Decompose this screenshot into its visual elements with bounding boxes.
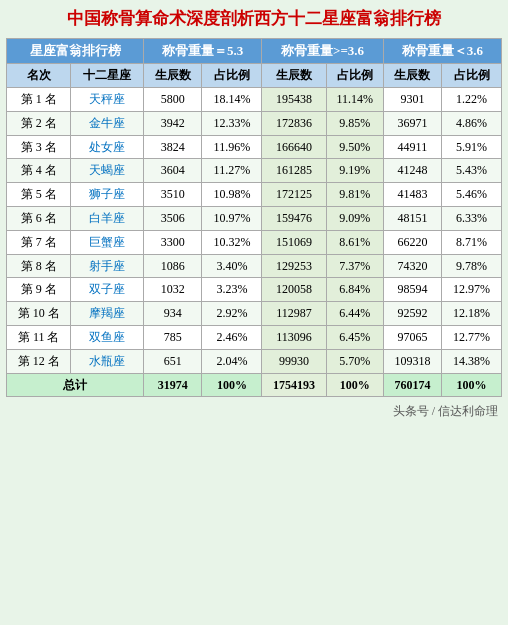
p3-cell: 5.46%	[442, 183, 502, 207]
star-cell: 处女座	[71, 135, 144, 159]
rank-cell: 第 3 名	[7, 135, 71, 159]
star-cell: 天蝎座	[71, 159, 144, 183]
p1-cell: 11.96%	[202, 135, 262, 159]
p2-cell: 9.85%	[326, 111, 383, 135]
b1-cell: 934	[144, 302, 202, 326]
col-b1: 生辰数	[144, 64, 202, 88]
b3-cell: 36971	[383, 111, 441, 135]
page-title: 中国称骨算命术深度剖析西方十二星座富翁排行榜	[6, 8, 502, 30]
table-row: 第 1 名天秤座580018.14%19543811.14%93011.22%	[7, 88, 502, 112]
b1-cell: 3300	[144, 230, 202, 254]
b3-cell: 98594	[383, 278, 441, 302]
p3-cell: 5.43%	[442, 159, 502, 183]
rank-cell: 第 11 名	[7, 326, 71, 350]
total-b1: 31974	[144, 373, 202, 397]
star-cell: 双鱼座	[71, 326, 144, 350]
rank-cell: 第 10 名	[7, 302, 71, 326]
p3-cell: 6.33%	[442, 207, 502, 231]
b3-cell: 66220	[383, 230, 441, 254]
b3-cell: 41248	[383, 159, 441, 183]
p2-cell: 9.19%	[326, 159, 383, 183]
col-rank: 名次	[7, 64, 71, 88]
b3-cell: 109318	[383, 349, 441, 373]
total-row: 总计31974100%1754193100%760174100%	[7, 373, 502, 397]
p1-cell: 10.97%	[202, 207, 262, 231]
p2-cell: 9.81%	[326, 183, 383, 207]
table-row: 第 3 名处女座382411.96%1666409.50%449115.91%	[7, 135, 502, 159]
b2-cell: 195438	[262, 88, 326, 112]
p3-cell: 1.22%	[442, 88, 502, 112]
p3-cell: 12.97%	[442, 278, 502, 302]
header-top-row: 星座富翁排行榜 称骨重量＝5.3 称骨重量>=3.6 称骨重量＜3.6	[7, 39, 502, 64]
p3-cell: 4.86%	[442, 111, 502, 135]
b1-cell: 3510	[144, 183, 202, 207]
p3-cell: 14.38%	[442, 349, 502, 373]
b1-cell: 3824	[144, 135, 202, 159]
total-p1: 100%	[202, 373, 262, 397]
b3-cell: 92592	[383, 302, 441, 326]
b1-cell: 3604	[144, 159, 202, 183]
p2-cell: 7.37%	[326, 254, 383, 278]
p1-cell: 2.92%	[202, 302, 262, 326]
col-p3: 占比例	[442, 64, 502, 88]
total-b3: 760174	[383, 373, 441, 397]
star-cell: 巨蟹座	[71, 230, 144, 254]
b2-cell: 159476	[262, 207, 326, 231]
star-cell: 天秤座	[71, 88, 144, 112]
table-row: 第 10 名摩羯座9342.92%1129876.44%9259212.18%	[7, 302, 502, 326]
star-cell: 狮子座	[71, 183, 144, 207]
header-sub-row: 名次 十二星座 生辰数 占比例 生辰数 占比例 生辰数 占比例	[7, 64, 502, 88]
star-cell: 射手座	[71, 254, 144, 278]
total-p2: 100%	[326, 373, 383, 397]
p2-cell: 5.70%	[326, 349, 383, 373]
star-cell: 摩羯座	[71, 302, 144, 326]
b2-cell: 151069	[262, 230, 326, 254]
rank-cell: 第 5 名	[7, 183, 71, 207]
p1-cell: 11.27%	[202, 159, 262, 183]
p2-cell: 9.50%	[326, 135, 383, 159]
group-header-36less: 称骨重量＜3.6	[383, 39, 501, 64]
ranking-table: 星座富翁排行榜 称骨重量＝5.3 称骨重量>=3.6 称骨重量＜3.6 名次 十…	[6, 38, 502, 397]
table-row: 第 7 名巨蟹座330010.32%1510698.61%662208.71%	[7, 230, 502, 254]
table-row: 第 11 名双鱼座7852.46%1130966.45%9706512.77%	[7, 326, 502, 350]
p3-cell: 9.78%	[442, 254, 502, 278]
col-p1: 占比例	[202, 64, 262, 88]
rank-cell: 第 9 名	[7, 278, 71, 302]
col-b2: 生辰数	[262, 64, 326, 88]
p1-cell: 12.33%	[202, 111, 262, 135]
p3-cell: 5.91%	[442, 135, 502, 159]
rank-cell: 第 4 名	[7, 159, 71, 183]
rank-cell: 第 8 名	[7, 254, 71, 278]
rank-cell: 第 12 名	[7, 349, 71, 373]
b1-cell: 1086	[144, 254, 202, 278]
star-cell: 水瓶座	[71, 349, 144, 373]
table-row: 第 5 名狮子座351010.98%1721259.81%414835.46%	[7, 183, 502, 207]
p1-cell: 3.40%	[202, 254, 262, 278]
total-p3: 100%	[442, 373, 502, 397]
table-row: 第 6 名白羊座350610.97%1594769.09%481516.33%	[7, 207, 502, 231]
b3-cell: 44911	[383, 135, 441, 159]
b1-cell: 1032	[144, 278, 202, 302]
rank-cell: 第 7 名	[7, 230, 71, 254]
p2-cell: 6.44%	[326, 302, 383, 326]
col-p2: 占比例	[326, 64, 383, 88]
star-cell: 金牛座	[71, 111, 144, 135]
b2-cell: 161285	[262, 159, 326, 183]
group-header-36plus: 称骨重量>=3.6	[262, 39, 383, 64]
p2-cell: 6.84%	[326, 278, 383, 302]
p1-cell: 2.46%	[202, 326, 262, 350]
b3-cell: 9301	[383, 88, 441, 112]
p2-cell: 8.61%	[326, 230, 383, 254]
p2-cell: 6.45%	[326, 326, 383, 350]
table-body: 第 1 名天秤座580018.14%19543811.14%93011.22%第…	[7, 88, 502, 397]
p1-cell: 18.14%	[202, 88, 262, 112]
table-row: 第 12 名水瓶座6512.04%999305.70%10931814.38%	[7, 349, 502, 373]
b2-cell: 172836	[262, 111, 326, 135]
b3-cell: 97065	[383, 326, 441, 350]
rank-cell: 第 2 名	[7, 111, 71, 135]
main-container: 中国称骨算命术深度剖析西方十二星座富翁排行榜 星座富翁排行榜 称骨重量＝5.3 …	[0, 0, 508, 430]
b2-cell: 112987	[262, 302, 326, 326]
p3-cell: 8.71%	[442, 230, 502, 254]
table-row: 第 4 名天蝎座360411.27%1612859.19%412485.43%	[7, 159, 502, 183]
p2-cell: 9.09%	[326, 207, 383, 231]
